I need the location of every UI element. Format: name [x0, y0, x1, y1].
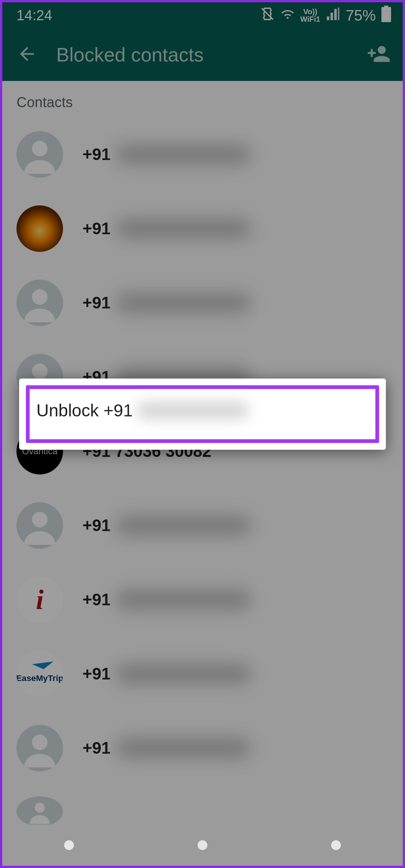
- signal-icon: [326, 6, 340, 25]
- nav-home-button[interactable]: [198, 840, 207, 850]
- contact-row[interactable]: +91: [2, 488, 403, 563]
- contact-row[interactable]: +91: [2, 711, 403, 785]
- contact-label: +91: [82, 738, 251, 758]
- avatar-brand-i: i: [16, 576, 63, 623]
- avatar-default-icon: [16, 796, 63, 825]
- content-area: Contacts +91 +91 +91: [2, 81, 403, 825]
- context-menu: Unblock +91: [19, 379, 386, 450]
- svg-point-8: [32, 512, 47, 527]
- contact-row[interactable]: +91: [2, 192, 403, 266]
- avatar-default-icon: [16, 131, 63, 178]
- section-header: Contacts: [2, 88, 403, 117]
- redacted-number: [116, 590, 251, 610]
- svg-text:EaseMyTrip: EaseMyTrip: [16, 673, 63, 683]
- navigation-bar: [2, 825, 403, 866]
- screen-root: 14:24 Vo)) WiFi1 75% Blocked co: [0, 0, 405, 868]
- status-bar: 14:24 Vo)) WiFi1 75%: [2, 2, 403, 28]
- redacted-number: [116, 293, 251, 313]
- unblock-menu-item[interactable]: Unblock +91: [26, 385, 379, 443]
- back-button[interactable]: [13, 40, 41, 70]
- svg-point-4: [32, 289, 47, 305]
- redacted-number: [116, 738, 251, 758]
- redacted-number: [116, 664, 251, 684]
- svg-point-2: [32, 141, 47, 156]
- svg-point-11: [32, 735, 47, 750]
- avatar-default-icon: [16, 280, 63, 326]
- vibrate-off-icon: [260, 6, 275, 25]
- svg-point-13: [35, 803, 45, 813]
- nav-recents-button[interactable]: [64, 840, 74, 850]
- redacted-number: [116, 515, 251, 536]
- wifi-icon: [280, 6, 295, 25]
- contact-row[interactable]: EaseMyTrip +91: [2, 637, 403, 711]
- contact-row[interactable]: i +91: [2, 563, 403, 637]
- contact-label: +91: [82, 515, 251, 536]
- nav-back-button[interactable]: [331, 840, 341, 850]
- unblock-label: Unblock +91: [36, 400, 133, 421]
- avatar-photo: [16, 205, 63, 252]
- contact-label: +91: [82, 664, 251, 684]
- redacted-number: [116, 218, 251, 239]
- redacted-number: [116, 144, 251, 165]
- svg-rect-0: [383, 11, 390, 21]
- contact-label: +91: [82, 218, 251, 239]
- contact-row[interactable]: +91: [2, 266, 403, 340]
- add-contact-button[interactable]: [365, 40, 392, 69]
- app-bar: Blocked contacts: [2, 28, 403, 81]
- status-time: 14:24: [16, 7, 52, 24]
- status-right: Vo)) WiFi1 75%: [260, 6, 392, 25]
- avatar-brand-easemytrip: EaseMyTrip: [16, 651, 63, 697]
- page-title: Blocked contacts: [56, 43, 365, 66]
- avatar-default-icon: [16, 725, 63, 771]
- avatar-default-icon: [16, 502, 63, 549]
- contact-row[interactable]: [2, 785, 403, 825]
- redacted-number: [136, 401, 249, 419]
- svg-point-6: [32, 364, 47, 379]
- contact-row[interactable]: +91: [2, 117, 403, 192]
- contact-label: +91: [82, 293, 251, 313]
- network-label: Vo)) WiFi1: [300, 8, 320, 23]
- contact-label: +91: [82, 590, 251, 610]
- battery-percent: 75%: [346, 7, 376, 24]
- contact-label: +91: [82, 144, 251, 165]
- battery-icon: [381, 6, 392, 25]
